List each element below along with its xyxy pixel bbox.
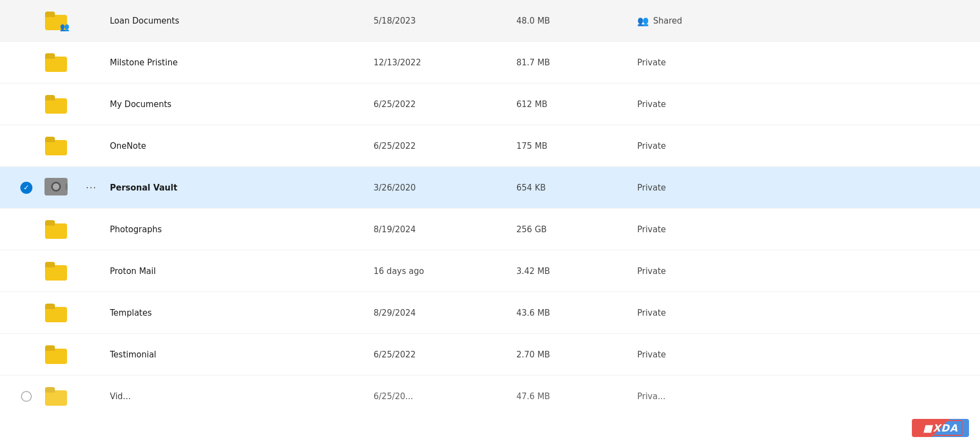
folder-icon (45, 95, 67, 114)
more-options-button[interactable]: ··· (81, 178, 101, 198)
file-name: Personal Vault (110, 183, 374, 193)
file-date: 6/25/20... (374, 391, 516, 401)
table-row[interactable]: 👥 Loan Documents 5/18/2023 48.0 MB 👥 Sha… (0, 0, 980, 42)
folder-icon-area (40, 262, 73, 281)
file-name: Testimonial (110, 350, 374, 360)
file-date: 12/13/2022 (374, 58, 516, 68)
file-sharing: Priva... (637, 391, 967, 401)
file-size: 47.6 MB (516, 391, 637, 401)
file-date: 6/25/2022 (374, 141, 516, 151)
table-row-selected[interactable]: ✓ ··· Personal Vault 3/26/2020 654 KB Pr… (0, 167, 980, 209)
file-date: 8/19/2024 (374, 225, 516, 234)
table-row[interactable]: Testimonial 6/25/2022 2.70 MB Private (0, 334, 980, 376)
file-sharing: Private (637, 350, 967, 360)
vault-dial (51, 182, 61, 192)
folder-icon (45, 53, 67, 72)
folder-icon-area (40, 137, 73, 155)
table-row[interactable]: Milstone Pristine 12/13/2022 81.7 MB Pri… (0, 42, 980, 83)
file-size: 175 MB (516, 141, 637, 151)
vault-icon (44, 178, 68, 198)
person-badge: 👥 (60, 23, 69, 31)
folder-icon-area (40, 345, 73, 364)
file-list: 👥 Loan Documents 5/18/2023 48.0 MB 👥 Sha… (0, 0, 980, 448)
checkbox-checked-icon: ✓ (20, 182, 32, 194)
file-name: Milstone Pristine (110, 58, 374, 68)
file-size: 654 KB (516, 183, 637, 193)
checkbox-empty-icon (21, 391, 32, 402)
folder-icon (45, 137, 67, 155)
file-name: Proton Mail (110, 266, 374, 276)
folder-icon-area (40, 387, 73, 406)
folder-icon (45, 262, 67, 281)
vault-icon-area (40, 178, 73, 198)
file-date: 6/25/2022 (374, 350, 516, 360)
file-size: 3.42 MB (516, 266, 637, 276)
file-date: 16 days ago (374, 266, 516, 276)
folder-icon (45, 387, 67, 406)
file-sharing: Private (637, 225, 967, 234)
folder-icon-area (40, 304, 73, 322)
folder-shared-icon: 👥 (45, 12, 67, 30)
xda-watermark: ■XDA (912, 419, 969, 437)
file-size: 81.7 MB (516, 58, 637, 68)
folder-icon-area (40, 53, 73, 72)
file-size: 43.6 MB (516, 308, 637, 318)
table-row[interactable]: My Documents 6/25/2022 612 MB Private (0, 83, 980, 125)
file-sharing: Private (637, 183, 967, 193)
table-row[interactable]: OneNote 6/25/2022 175 MB Private (0, 125, 980, 167)
file-name: Photographs (110, 225, 374, 234)
file-sharing: Private (637, 99, 967, 109)
table-row[interactable]: Vid... 6/25/20... 47.6 MB Priva... (0, 376, 980, 417)
checkbox-area[interactable]: ✓ (13, 182, 40, 194)
table-row[interactable]: Photographs 8/19/2024 256 GB Private (0, 209, 980, 250)
folder-icon (45, 304, 67, 322)
file-name: My Documents (110, 99, 374, 109)
folder-icon (45, 220, 67, 239)
file-date: 6/25/2022 (374, 99, 516, 109)
file-sharing: Private (637, 308, 967, 318)
file-name: OneNote (110, 141, 374, 151)
file-size: 612 MB (516, 99, 637, 109)
file-size: 256 GB (516, 225, 637, 234)
file-name: Templates (110, 308, 374, 318)
file-date: 3/26/2020 (374, 183, 516, 193)
shared-icon: 👥 (637, 15, 649, 26)
file-size: 48.0 MB (516, 16, 637, 26)
vault-handle (65, 183, 68, 190)
file-name: Vid... (110, 391, 374, 401)
file-size: 2.70 MB (516, 350, 637, 360)
checkbox-area[interactable] (13, 391, 40, 402)
folder-icon-area (40, 95, 73, 114)
file-sharing: 👥 Shared (637, 15, 967, 26)
file-name: Loan Documents (110, 16, 374, 26)
table-row[interactable]: Templates 8/29/2024 43.6 MB Private (0, 292, 980, 334)
file-date: 5/18/2023 (374, 16, 516, 26)
file-sharing: Private (637, 58, 967, 68)
file-date: 8/29/2024 (374, 308, 516, 318)
folder-icon (45, 345, 67, 364)
folder-icon-area (40, 220, 73, 239)
file-sharing: Private (637, 141, 967, 151)
folder-icon-area: 👥 (40, 12, 73, 30)
file-sharing: Private (637, 266, 967, 276)
table-row[interactable]: Proton Mail 16 days ago 3.42 MB Private (0, 250, 980, 292)
